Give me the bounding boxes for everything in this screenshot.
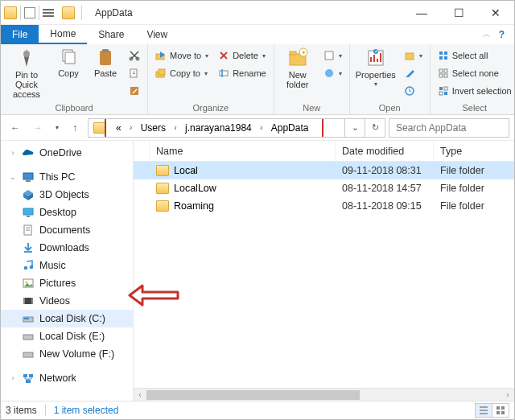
- breadcrumb-users[interactable]: Users: [136, 119, 171, 137]
- chevron-down-icon[interactable]: ⌄: [9, 173, 17, 181]
- file-type: File folder: [434, 183, 514, 194]
- folder-icon[interactable]: [4, 6, 17, 19]
- chevron-right-icon[interactable]: ›: [126, 123, 136, 132]
- label: Invert selection: [452, 86, 512, 96]
- folder-icon[interactable]: [89, 119, 111, 137]
- svg-rect-10: [133, 73, 135, 74]
- file-list: Name Date modified Type Local 09-11-2018…: [134, 141, 514, 401]
- paste-shortcut-button[interactable]: [126, 83, 142, 99]
- tab-home[interactable]: Home: [39, 25, 87, 44]
- forward-button[interactable]: →: [28, 118, 47, 138]
- file-type: File folder: [434, 165, 514, 176]
- back-button[interactable]: ←: [6, 118, 25, 138]
- svg-rect-4: [100, 51, 111, 65]
- svg-rect-58: [24, 318, 29, 319]
- column-date[interactable]: Date modified: [336, 141, 434, 161]
- group-label: Open: [355, 102, 425, 114]
- customize-qat-icon[interactable]: [43, 9, 54, 17]
- properties-button[interactable]: Properties ▾: [355, 46, 397, 89]
- new-folder-button[interactable]: ✦ New folder: [279, 46, 316, 89]
- tab-view[interactable]: View: [135, 25, 179, 44]
- label: Select none: [452, 68, 499, 78]
- help-icon[interactable]: ?: [494, 29, 509, 40]
- label: New folder: [279, 70, 316, 89]
- tree-this-pc[interactable]: ⌄ This PC: [1, 168, 133, 186]
- tree-local-disk-c[interactable]: Local Disk (C:): [1, 310, 133, 327]
- select-none-button[interactable]: Select none: [435, 65, 514, 81]
- delete-button[interactable]: Delete▾: [216, 47, 269, 64]
- tree-desktop[interactable]: Desktop: [1, 204, 133, 221]
- maximize-button[interactable]: ☐: [440, 1, 477, 25]
- recent-locations-button[interactable]: ▾: [51, 118, 62, 138]
- list-item[interactable]: Roaming 08-11-2018 09:15 File folder: [134, 197, 514, 215]
- tab-share[interactable]: Share: [87, 25, 135, 44]
- copy-button[interactable]: Copy: [52, 46, 84, 78]
- search-box[interactable]: [389, 118, 509, 138]
- close-button[interactable]: ✕: [477, 1, 514, 25]
- list-item[interactable]: Local 09-11-2018 08:31 File folder: [134, 162, 514, 179]
- pin-to-quick-access-button[interactable]: Pin to Quick access: [6, 46, 47, 99]
- properties-qat-icon[interactable]: [24, 7, 35, 19]
- label: OneDrive: [39, 147, 82, 159]
- group-clipboard: Pin to Quick access Copy Paste: [1, 44, 148, 114]
- refresh-button[interactable]: ↻: [365, 119, 385, 137]
- chevron-right-icon[interactable]: ›: [257, 123, 266, 132]
- scroll-track[interactable]: [146, 389, 501, 401]
- cut-button[interactable]: [126, 47, 142, 64]
- minimize-button[interactable]: —: [403, 1, 440, 25]
- onedrive-icon: [22, 146, 35, 159]
- breadcrumb-user[interactable]: j.narayana1984: [180, 119, 257, 137]
- chevron-right-icon[interactable]: ›: [9, 149, 17, 157]
- thumbnails-view-button[interactable]: [492, 403, 509, 418]
- select-all-button[interactable]: Select all: [435, 47, 514, 64]
- tree-onedrive[interactable]: › OneDrive: [1, 144, 133, 162]
- collapse-ribbon-icon[interactable]: ︿: [480, 29, 494, 40]
- scroll-right-button[interactable]: ›: [501, 389, 514, 401]
- move-to-icon: [155, 50, 167, 61]
- 3d-objects-icon: [22, 188, 35, 201]
- thumbnails-view-icon: [496, 406, 505, 415]
- tree-downloads[interactable]: Downloads: [1, 239, 133, 257]
- invert-selection-button[interactable]: Invert selection: [435, 83, 514, 99]
- list-item[interactable]: LocalLow 08-11-2018 14:57 File folder: [134, 179, 514, 197]
- tab-file[interactable]: File: [1, 25, 39, 44]
- column-name[interactable]: Name: [150, 141, 336, 161]
- easy-access-button[interactable]: ▾: [321, 65, 344, 81]
- history-button[interactable]: [402, 83, 425, 99]
- tree-videos[interactable]: Videos: [1, 292, 133, 310]
- chevron-down-icon: ▾: [262, 52, 266, 60]
- tree-pictures[interactable]: Pictures: [1, 274, 133, 292]
- column-type[interactable]: Type: [434, 141, 514, 161]
- tree-music[interactable]: Music: [1, 257, 133, 274]
- open-button[interactable]: ▾: [402, 47, 425, 64]
- move-to-button[interactable]: Move to▾: [153, 47, 211, 64]
- search-input[interactable]: [394, 121, 504, 134]
- chevron-right-icon[interactable]: ›: [9, 374, 17, 382]
- videos-icon: [22, 294, 35, 307]
- edit-button[interactable]: [402, 65, 425, 81]
- column-checkbox[interactable]: [134, 141, 150, 161]
- scroll-left-button[interactable]: ‹: [134, 389, 146, 401]
- copy-path-button[interactable]: [126, 65, 142, 81]
- address-dropdown-button[interactable]: ⌄: [345, 119, 365, 137]
- paste-shortcut-icon: [129, 85, 140, 97]
- chevron-right-icon[interactable]: ›: [171, 123, 180, 132]
- details-view-button[interactable]: [475, 403, 492, 418]
- tree-new-volume-f[interactable]: New Volume (F:): [1, 345, 133, 363]
- file-name: LocalLow: [174, 183, 216, 194]
- copy-to-button[interactable]: Copy to▾: [153, 65, 211, 81]
- tree-local-disk-e[interactable]: Local Disk (E:): [1, 327, 133, 345]
- breadcrumb-overflow[interactable]: «: [111, 119, 126, 137]
- breadcrumb-appdata[interactable]: AppData: [266, 119, 314, 137]
- new-item-button[interactable]: ▾: [321, 47, 344, 64]
- tree-network[interactable]: › Network: [1, 369, 133, 387]
- up-button[interactable]: ↑: [65, 118, 84, 138]
- tree-documents[interactable]: Documents: [1, 221, 133, 239]
- address-bar[interactable]: « › Users › j.narayana1984 › AppData ⌄ ↻: [88, 118, 385, 138]
- paste-button[interactable]: Paste: [89, 46, 122, 78]
- nav-tree: › OneDrive ⌄ This PC 3D Objects Desktop …: [1, 141, 134, 401]
- horizontal-scrollbar[interactable]: ‹ ›: [134, 388, 514, 401]
- rename-button[interactable]: Rename: [216, 65, 269, 81]
- tree-3d-objects[interactable]: 3D Objects: [1, 186, 133, 204]
- scroll-thumb[interactable]: [146, 390, 360, 400]
